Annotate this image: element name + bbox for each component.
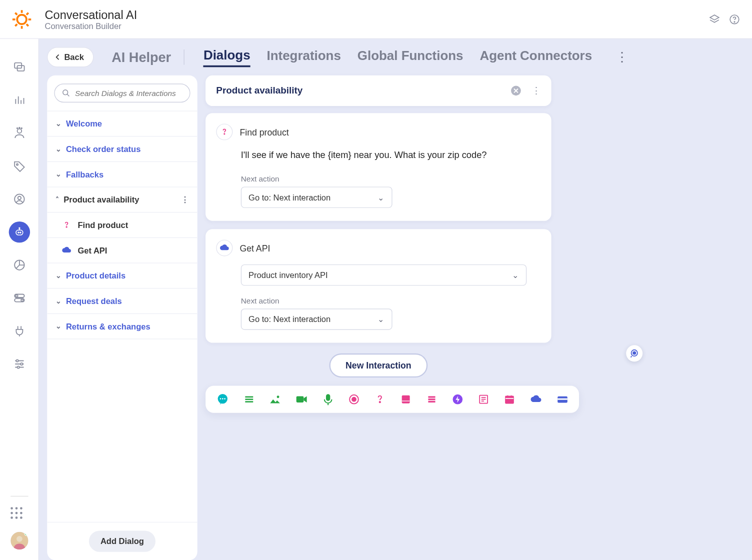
interaction-item-get-api[interactable]: Get API [47, 238, 197, 264]
dialog-item-welcome[interactable]: ⌄ Welcome [47, 112, 197, 137]
interaction-name: Find product [240, 127, 288, 137]
strip-image-icon[interactable] [269, 393, 281, 406]
svg-point-37 [277, 396, 280, 398]
brand-logo [10, 8, 33, 30]
rail-plugin-icon[interactable] [8, 320, 30, 342]
search-icon [62, 88, 70, 98]
app-title: Conversational AI [45, 8, 138, 22]
new-interaction-button[interactable]: New Interaction [329, 354, 428, 378]
next-action-select[interactable]: Go to: Next interaction ⌄ [241, 308, 392, 330]
rail-user-icon[interactable] [8, 188, 30, 210]
svg-point-33 [224, 398, 226, 400]
interaction-label: Get API [78, 246, 107, 255]
strip-text-icon[interactable] [244, 393, 256, 406]
floating-preview-icon[interactable] [626, 345, 642, 362]
dialog-item-check-order[interactable]: ⌄ Check order status [47, 136, 197, 162]
strip-record-icon[interactable] [348, 393, 360, 406]
select-value: Go to: Next interaction [248, 192, 330, 202]
svg-rect-38 [296, 396, 304, 402]
svg-text:25: 25 [508, 399, 512, 402]
search-input[interactable] [75, 88, 182, 98]
back-button[interactable]: Back [47, 47, 94, 67]
card-more-icon[interactable]: ⋮ [532, 85, 541, 96]
dialog-item-product-details[interactable]: ⌄ Product details [47, 264, 197, 289]
rail-apps-grid-icon[interactable] [10, 507, 24, 521]
tab-integrations[interactable]: Integrations [267, 48, 341, 66]
svg-point-11 [18, 196, 20, 200]
svg-point-0 [17, 14, 26, 24]
layers-icon[interactable] [708, 14, 720, 26]
dialog-item-fallbacks[interactable]: ⌄ Fallbacks [47, 162, 197, 188]
tab-dialogs[interactable]: Dialogs [204, 48, 250, 67]
ai-helper-label[interactable]: AI Helper [112, 49, 171, 65]
tab-agent-connectors[interactable]: Agent Connectors [480, 48, 592, 66]
svg-point-31 [220, 398, 222, 400]
dialog-label: Check order status [66, 144, 140, 154]
select-value: Product inventory API [248, 270, 328, 280]
strip-audio-icon[interactable] [322, 393, 334, 406]
dialog-label: Product availability [64, 195, 139, 204]
strip-question-icon[interactable] [374, 393, 386, 406]
question-icon [216, 124, 232, 140]
svg-point-29 [224, 134, 225, 134]
svg-rect-35 [245, 398, 253, 400]
dialog-item-product-availability[interactable]: ˄ Product availability ⋮ [47, 188, 197, 213]
svg-rect-53 [558, 398, 568, 400]
interaction-card-get-api[interactable]: Get API Product inventory API ⌄ Next act… [206, 229, 551, 342]
rail-bot-icon[interactable] [8, 222, 30, 242]
svg-point-55 [632, 351, 636, 354]
chevron-down-icon: ⌄ [56, 120, 62, 128]
svg-point-20 [21, 299, 23, 301]
chevron-down-icon: ⌄ [378, 314, 384, 324]
rail-avatar[interactable] [10, 532, 28, 550]
svg-point-5 [17, 129, 22, 134]
strip-payment-icon[interactable] [556, 393, 568, 406]
api-select[interactable]: Product inventory API ⌄ [241, 264, 526, 286]
rail-tag-icon[interactable] [8, 156, 30, 176]
close-icon[interactable] [510, 85, 522, 97]
next-action-select[interactable]: Go to: Next interaction ⌄ [241, 186, 392, 208]
interaction-body-text[interactable]: I'll see if we have the {item} near you.… [216, 140, 540, 174]
rail-analytics-icon[interactable] [8, 90, 30, 110]
svg-point-18 [16, 295, 18, 297]
rail-agent-icon[interactable] [8, 122, 30, 144]
strip-cloud-icon[interactable] [530, 393, 542, 406]
svg-point-21 [16, 360, 18, 362]
interaction-name: Get API [240, 243, 270, 253]
svg-point-8 [21, 128, 22, 129]
add-dialog-button[interactable]: Add Dialog [88, 530, 156, 552]
strip-video-icon[interactable] [295, 393, 308, 406]
interaction-item-find-product[interactable]: Find product [47, 212, 197, 238]
tab-global-functions[interactable]: Global Functions [358, 48, 464, 66]
rail-toggle-icon[interactable] [8, 288, 30, 308]
svg-point-2 [734, 21, 735, 22]
dialog-header-card: Product availability ⋮ [206, 76, 551, 106]
dialog-item-more-icon[interactable]: ⋮ [181, 195, 189, 204]
topbar: Conversational AI Conversation Builder [0, 0, 752, 39]
rail-conversations-icon[interactable] [8, 56, 30, 78]
tab-more-icon[interactable]: ⋮ [612, 50, 632, 65]
strip-list-icon[interactable] [426, 393, 438, 406]
svg-point-32 [222, 398, 224, 400]
interaction-card-find-product[interactable]: Find product I'll see if we have the {it… [206, 113, 551, 221]
svg-point-42 [380, 402, 380, 402]
svg-rect-44 [402, 400, 410, 401]
interaction-type-strip: 25 [206, 386, 579, 413]
svg-rect-46 [428, 398, 435, 400]
strip-form-icon[interactable] [478, 393, 490, 406]
strip-calendar-icon[interactable]: 25 [504, 393, 516, 406]
dialog-item-request-deals[interactable]: ⌄ Request deals [47, 288, 197, 314]
strip-bolt-icon[interactable] [452, 393, 464, 406]
dialog-label: Returns & exchanges [66, 322, 150, 331]
dialog-title: Product availability [216, 86, 302, 96]
rail-chart-icon[interactable] [8, 254, 30, 276]
search-box[interactable] [54, 84, 190, 102]
strip-chat-icon[interactable] [216, 393, 229, 406]
svg-rect-45 [428, 396, 435, 398]
strip-card-icon[interactable] [400, 393, 412, 406]
workspace: ⌄ Welcome ⌄ Check order status ⌄ Fallbac… [39, 76, 752, 560]
rail-sliders-icon[interactable] [8, 354, 30, 374]
help-icon[interactable] [728, 14, 740, 26]
dialog-item-returns[interactable]: ⌄ Returns & exchanges [47, 314, 197, 340]
tab-divider [184, 50, 184, 65]
